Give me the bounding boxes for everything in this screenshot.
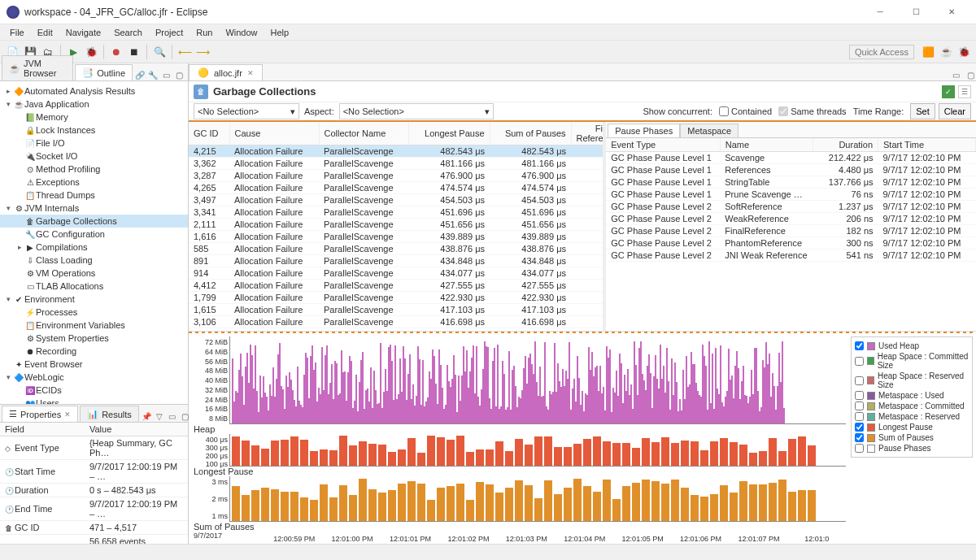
gc-row[interactable]: 1,799Allocation FailureParallelScavenge4… xyxy=(189,292,603,304)
outline-tree[interactable]: ▸🔶Automated Analysis Results▾☕Java Appli… xyxy=(0,81,188,404)
twisty-icon[interactable]: ▸ xyxy=(3,87,13,95)
close-button[interactable]: ✕ xyxy=(934,0,969,24)
chart-longest-pause[interactable]: 400 μs300 μs200 μs100 μs xyxy=(194,434,846,467)
gc-row[interactable]: 3,516Allocation FailureParallelScavenge4… xyxy=(189,328,603,332)
tab-pause-phases[interactable]: Pause Phases xyxy=(608,124,680,137)
tree-node[interactable]: ⚡Processes xyxy=(0,306,188,319)
col-sum-pauses[interactable]: Sum of Pauses xyxy=(490,122,571,145)
record-icon[interactable]: ⏺ xyxy=(108,44,124,60)
legend-checkbox[interactable] xyxy=(855,444,864,453)
property-row[interactable]: 🕐Start Time9/7/2017 12:00:19 PM – … xyxy=(0,460,188,484)
phase-row[interactable]: GC Phase Pause Level 2SoftReference1.237… xyxy=(606,201,975,213)
tree-node[interactable]: 📗Memory xyxy=(0,111,188,124)
clear-button[interactable]: Clear xyxy=(939,103,971,119)
tree-node[interactable]: ✦Event Browser xyxy=(0,358,188,371)
tree-node[interactable]: 🆔ECIDs xyxy=(0,384,188,397)
chart-heap[interactable]: 72 MiB64 MiB56 MiB48 MiB40 MiB32 MiB24 M… xyxy=(194,336,846,424)
legend-item[interactable]: Heap Space : Reserved Size xyxy=(855,371,969,390)
property-row[interactable]: 56,658 events xyxy=(0,535,188,545)
gc-row[interactable]: 1,615Allocation FailureParallelScavenge4… xyxy=(189,304,603,316)
col-final-refs[interactable]: Final References xyxy=(571,122,603,145)
legend-checkbox[interactable] xyxy=(855,433,864,442)
ok-status-icon[interactable]: ✓ xyxy=(942,85,955,98)
gc-row[interactable]: 3,287Allocation FailureParallelScavenge4… xyxy=(189,170,603,182)
legend-item[interactable]: Metaspace : Used xyxy=(855,390,969,401)
col-name[interactable]: Name xyxy=(720,138,813,152)
tab-properties[interactable]: ☰Properties✕ xyxy=(2,406,78,422)
tree-node[interactable]: ⚠Exceptions xyxy=(0,176,188,189)
legend-checkbox[interactable] xyxy=(855,341,864,350)
forward-icon[interactable]: ⟶ xyxy=(194,44,211,60)
legend-checkbox[interactable] xyxy=(855,412,864,421)
menu-navigate[interactable]: Navigate xyxy=(59,28,107,37)
legend-checkbox[interactable] xyxy=(855,391,864,400)
property-row[interactable]: 🗑GC ID471 – 4,517 xyxy=(0,521,188,535)
tree-node[interactable]: ▸▶Compilations xyxy=(0,241,188,254)
tree-node[interactable]: 🔒Lock Instances xyxy=(0,124,188,137)
tree-node[interactable]: ⏺Recording xyxy=(0,345,188,358)
menu-window[interactable]: Window xyxy=(219,28,264,37)
menu-search[interactable]: Search xyxy=(107,28,149,37)
phase-row[interactable]: GC Phase Pause Level 1Scavenge212.422 μs… xyxy=(606,152,975,164)
tree-node[interactable]: 📄File I/O xyxy=(0,137,188,150)
tree-node[interactable]: 🔧GC Configuration xyxy=(0,228,188,241)
tree-node[interactable]: ▾☕Java Application xyxy=(0,98,188,111)
menu-help[interactable]: Help xyxy=(264,28,296,37)
legend-checkbox[interactable] xyxy=(855,357,864,366)
contained-checkbox[interactable]: Contained xyxy=(719,106,772,116)
debug-icon[interactable]: 🐞 xyxy=(83,44,99,60)
perspective-debug-icon[interactable]: 🐞 xyxy=(956,44,972,60)
tree-node[interactable]: ▾✔Environment xyxy=(0,293,188,306)
tree-node[interactable]: ▸🔶Automated Analysis Results xyxy=(0,85,188,98)
tree-node[interactable]: 🔌Socket I/O xyxy=(0,150,188,163)
maximize-editor-icon[interactable]: ▢ xyxy=(965,69,976,80)
col-duration[interactable]: Duration xyxy=(813,138,878,152)
minimize-view-icon[interactable]: ▭ xyxy=(160,69,172,80)
phase-row[interactable]: GC Phase Pause Level 1Prune Scavenge Roo… xyxy=(606,189,975,201)
tree-node[interactable]: ⚙System Properties xyxy=(0,332,188,345)
gc-row[interactable]: 3,362Allocation FailureParallelScavenge4… xyxy=(189,158,603,170)
menu-file[interactable]: File xyxy=(3,28,31,37)
gc-row[interactable]: 891Allocation FailureParallelScavenge434… xyxy=(189,255,603,267)
menu-run[interactable]: Run xyxy=(190,28,219,37)
col-field[interactable]: Field xyxy=(0,423,85,436)
gc-row[interactable]: 585Allocation FailureParallelScavenge438… xyxy=(189,243,603,255)
col-value[interactable]: Value xyxy=(85,423,188,436)
tree-node[interactable]: ⚙VM Operations xyxy=(0,267,188,280)
editor-tab-alloc[interactable]: 🟡 alloc.jfr ✕ xyxy=(189,64,263,80)
tool-icon[interactable]: 🔧 xyxy=(147,69,159,80)
legend-item[interactable]: Longest Pause xyxy=(855,422,969,432)
pin-icon[interactable]: 📌 xyxy=(141,410,152,422)
gc-row[interactable]: 4,412Allocation FailureParallelScavenge4… xyxy=(189,280,603,292)
property-row[interactable]: ◇Event Type{Heap Summary, GC Ph… xyxy=(0,436,188,460)
menu-project[interactable]: Project xyxy=(149,28,190,37)
tab-results[interactable]: 📊Results xyxy=(80,406,139,422)
aspect-dropdown[interactable]: <No Selection>▾ xyxy=(339,103,494,119)
legend-item[interactable]: Sum of Pauses xyxy=(855,432,969,443)
back-icon[interactable]: ⟵ xyxy=(176,44,193,60)
tree-node[interactable]: 📋Thread Dumps xyxy=(0,189,188,202)
view-menu-icon[interactable]: ▽ xyxy=(154,410,165,422)
legend-item[interactable]: Pause Phases xyxy=(855,443,969,454)
tree-node[interactable]: 🗑Garbage Collections xyxy=(0,215,188,228)
col-event-type[interactable]: Event Type xyxy=(606,138,720,152)
gc-row[interactable]: 914Allocation FailureParallelScavenge434… xyxy=(189,267,603,280)
gc-row[interactable]: 2,111Allocation FailureParallelScavenge4… xyxy=(189,219,603,231)
chart-sum-of-pauses[interactable]: 3 ms2 ms1 ms xyxy=(194,476,846,522)
legend-item[interactable]: Heap Space : Committed Size xyxy=(855,351,969,371)
col-longest-pause[interactable]: Longest Pause xyxy=(408,122,490,145)
menu-edit[interactable]: Edit xyxy=(31,28,59,37)
legend-item[interactable]: Metaspace : Committed xyxy=(855,401,969,411)
tab-metaspace[interactable]: Metaspace xyxy=(680,124,739,137)
search-icon[interactable]: 🔍 xyxy=(151,44,168,60)
tab-jvm-browser[interactable]: ☕JVM Browser xyxy=(2,55,73,80)
maximize-button[interactable]: ☐ xyxy=(898,0,934,24)
minimize-editor-icon[interactable]: ▭ xyxy=(951,69,962,80)
tree-node[interactable]: ▭TLAB Allocations xyxy=(0,280,188,293)
quick-access[interactable]: Quick Access xyxy=(849,45,914,59)
twisty-icon[interactable]: ▾ xyxy=(3,204,13,212)
property-row[interactable]: 🕐End Time9/7/2017 12:00:19 PM – … xyxy=(0,497,188,521)
phase-row[interactable]: GC Phase Pause Level 2PhantomReference30… xyxy=(606,237,975,250)
phase-row[interactable]: GC Phase Pause Level 2FinalReference182 … xyxy=(606,225,975,237)
same-threads-checkbox[interactable]: Same threads xyxy=(778,106,846,116)
